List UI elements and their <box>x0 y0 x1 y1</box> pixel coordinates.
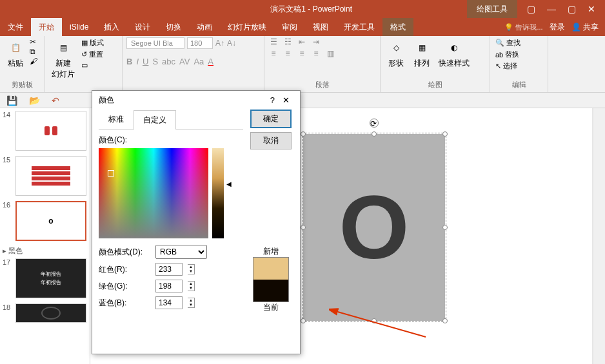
login-link[interactable]: 登录 <box>550 22 565 33</box>
shapes-icon: ◇ <box>387 39 405 57</box>
resize-handle[interactable] <box>442 131 448 137</box>
undo-icon[interactable]: ↶ <box>52 95 59 106</box>
resize-handle[interactable] <box>301 131 306 137</box>
slide-thumb-17[interactable]: 年初报告年初报告 <box>15 258 86 298</box>
decrease-font-icon[interactable]: A↓ <box>227 39 236 48</box>
bold-button[interactable]: B <box>126 57 132 66</box>
resize-handle[interactable] <box>372 318 377 323</box>
red-spinner[interactable]: ▲▼ <box>188 264 195 274</box>
tab-file[interactable]: 文件 <box>0 18 31 36</box>
tab-view[interactable]: 视图 <box>305 18 336 36</box>
cancel-button[interactable]: 取消 <box>250 132 292 149</box>
new-color-label: 新增 <box>253 246 289 257</box>
group-clipboard: 剪贴板 <box>4 80 41 91</box>
tab-islide[interactable]: iSlide <box>62 18 96 36</box>
tab-animations[interactable]: 动画 <box>189 18 220 36</box>
rotate-handle[interactable]: ⟳ <box>370 119 379 128</box>
tab-insert[interactable]: 插入 <box>96 18 127 36</box>
reset-button[interactable]: ↺ 重置 <box>80 49 105 60</box>
tab-standard[interactable]: 标准 <box>99 110 134 129</box>
color-preview <box>253 257 289 302</box>
slide-panel[interactable]: 14 15 16 o ▸ 黑色 17 年初报告年初报告 18 <box>0 108 90 364</box>
save-icon[interactable]: 💾 <box>6 95 17 106</box>
spacing-button[interactable]: AV <box>179 57 190 66</box>
quick-styles-button[interactable]: ◐快速样式 <box>436 37 472 70</box>
align-left-icon[interactable]: ≡ <box>268 49 279 58</box>
format-painter-icon[interactable]: 🖌 <box>30 57 37 66</box>
dialog-help-icon[interactable]: ? <box>266 95 279 105</box>
font-name-input[interactable]: Segoe UI Bla <box>126 37 184 49</box>
hue-sat-picker[interactable] <box>99 148 208 238</box>
ribbon-options-icon[interactable]: ▢ <box>527 4 535 14</box>
align-right-icon[interactable]: ≡ <box>297 49 307 58</box>
swatch-new <box>253 258 288 280</box>
cut-icon[interactable]: ✂ <box>30 37 37 46</box>
slide-thumb-14[interactable] <box>15 111 86 151</box>
luminance-arrow-icon[interactable]: ◀ <box>226 180 232 187</box>
font-size-input[interactable]: 180 <box>187 37 213 49</box>
tell-me[interactable]: 💡 告诉我... <box>504 23 542 32</box>
copy-icon[interactable]: ⧉ <box>30 47 37 56</box>
bullets-icon[interactable]: ☰ <box>268 37 279 46</box>
slide-thumb-16[interactable]: o <box>15 201 86 241</box>
vertical-scrollbar[interactable] <box>593 108 605 364</box>
resize-handle[interactable] <box>301 225 306 230</box>
indent-dec-icon[interactable]: ⇤ <box>297 37 307 46</box>
tab-slideshow[interactable]: 幻灯片放映 <box>220 18 274 36</box>
section-header[interactable]: ▸ 黑色 <box>3 246 87 256</box>
indent-inc-icon[interactable]: ⇥ <box>311 37 321 46</box>
tab-format[interactable]: 格式 <box>382 18 413 36</box>
resize-handle[interactable] <box>301 318 306 323</box>
align-center-icon[interactable]: ≡ <box>283 49 293 58</box>
green-spinner[interactable]: ▲▼ <box>188 281 195 291</box>
close-icon[interactable]: ✕ <box>588 4 595 14</box>
slide-thumb-18[interactable] <box>15 303 86 323</box>
tab-developer[interactable]: 开发工具 <box>336 18 382 36</box>
section-button[interactable]: ▭ <box>80 61 105 70</box>
luminance-slider[interactable]: ◀ <box>212 148 224 238</box>
numbering-icon[interactable]: ☷ <box>283 37 293 46</box>
maximize-icon[interactable]: ▢ <box>568 4 576 14</box>
italic-button[interactable]: I <box>136 57 139 66</box>
resize-handle[interactable] <box>372 131 377 137</box>
columns-icon[interactable]: ▥ <box>325 49 335 58</box>
color-cursor[interactable] <box>108 170 114 177</box>
red-input[interactable] <box>155 263 183 276</box>
strike-button[interactable]: S <box>152 57 158 66</box>
text-box[interactable]: ⟳ O <box>303 134 445 321</box>
replace-button[interactable]: ab 替换 <box>494 49 522 60</box>
share-button[interactable]: 👤 共享 <box>571 22 599 33</box>
case-button[interactable]: Aa <box>193 57 204 66</box>
select-button[interactable]: ↖ 选择 <box>494 61 522 72</box>
tab-design[interactable]: 设计 <box>127 18 158 36</box>
ok-button[interactable]: 确定 <box>250 110 292 128</box>
arrange-button[interactable]: ▦排列 <box>410 37 433 70</box>
tab-custom[interactable]: 自定义 <box>134 110 176 129</box>
increase-font-icon[interactable]: A↑ <box>215 39 224 48</box>
paste-button[interactable]: 📋 粘贴 <box>4 37 27 70</box>
color-mode-select[interactable]: RGB <box>155 245 207 259</box>
justify-icon[interactable]: ≡ <box>311 49 321 58</box>
blue-spinner[interactable]: ▲▼ <box>188 298 195 308</box>
layout-button[interactable]: ▦ 版式 <box>80 37 105 48</box>
shadow-button[interactable]: abc <box>162 57 175 66</box>
green-input[interactable] <box>155 280 183 292</box>
new-slide-button[interactable]: ▤ 新建 幻灯片 <box>49 37 77 81</box>
slide-number: 14 <box>3 111 13 151</box>
dialog-close-icon[interactable]: ✕ <box>279 95 293 105</box>
font-color-button[interactable]: A <box>208 57 213 66</box>
minimize-icon[interactable]: — <box>547 4 556 14</box>
shapes-button[interactable]: ◇形状 <box>384 37 408 70</box>
open-icon[interactable]: 📂 <box>29 95 40 106</box>
underline-button[interactable]: U <box>143 57 148 66</box>
tab-transitions[interactable]: 切换 <box>158 18 189 36</box>
find-button[interactable]: 🔍 查找 <box>494 37 522 48</box>
resize-handle[interactable] <box>442 225 448 230</box>
tab-review[interactable]: 审阅 <box>274 18 305 36</box>
resize-handle[interactable] <box>442 318 448 323</box>
arrange-icon: ▦ <box>413 39 431 57</box>
blue-input[interactable] <box>155 296 183 309</box>
slide-thumb-15[interactable] <box>15 156 86 196</box>
tab-home[interactable]: 开始 <box>31 18 62 36</box>
contextual-tab-label: 绘图工具 <box>467 0 517 18</box>
